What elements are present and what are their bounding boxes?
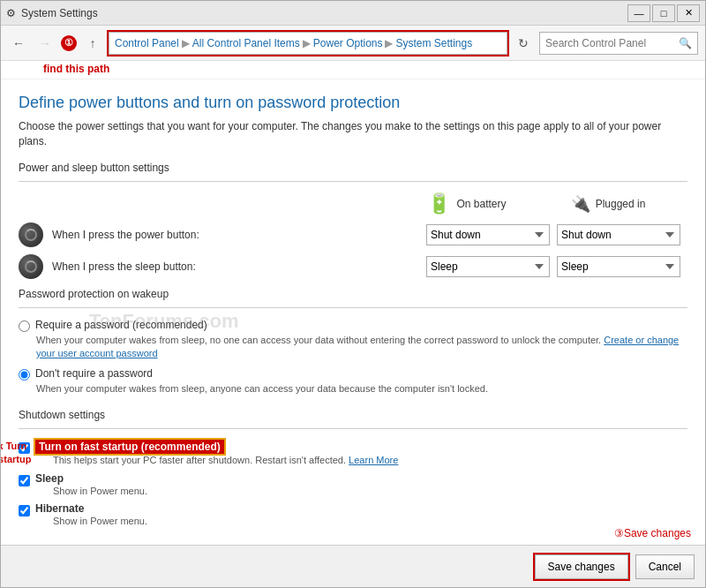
hibernate-row: Hibernate Show in Power menu. (19, 502, 687, 527)
search-icon[interactable]: 🔍 (679, 37, 692, 49)
breadcrumb-bar[interactable]: Control Panel ▶ All Control Panel Items … (109, 32, 507, 55)
power-button-label: When I press the power button: (52, 229, 426, 241)
hibernate-label: Hibernate (35, 502, 147, 515)
sleep-button-row: When I press the sleep button: Sleep Do … (19, 254, 687, 279)
maximize-button[interactable]: □ (652, 4, 675, 22)
footer-wrapper: ③Save changes Save changes Cancel (1, 527, 705, 587)
search-box[interactable]: 🔍 (539, 32, 698, 55)
sep: ▶ (385, 37, 393, 49)
sleep-label: Sleep (35, 472, 147, 485)
password-section-label: Password protection on wakeup (19, 288, 687, 300)
breadcrumb-item: All Control Panel Items (192, 37, 300, 49)
no-require-password-option: Don't require a password When your compu… (19, 367, 687, 396)
require-password-label: Require a password (recommended) (35, 319, 207, 331)
breadcrumb-item: System Settings (395, 37, 472, 49)
page-title: Define power buttons and turn on passwor… (19, 94, 687, 112)
sleep-desc: Show in Power menu. (53, 485, 147, 498)
sleep-plugged-dropdown[interactable]: Sleep Do nothing Hibernate Shut down Tur… (557, 256, 680, 277)
col-plugged-header: 🔌 Plugged in (537, 192, 679, 215)
system-settings-window: ⚙ System Settings — □ ✕ ← → ① ↑ Control … (0, 0, 706, 588)
fast-startup-label-wrapper: Turn on fast startup (recommended) (35, 440, 224, 454)
require-password-radio[interactable] (19, 320, 30, 332)
window-icon: ⚙ (6, 7, 16, 19)
annotation-2-wrapper: ② uncheck Turn on fast startup (1, 440, 34, 467)
power-section-label: Power and sleep button settings (19, 162, 687, 174)
save-annotation-text: ③Save changes (614, 527, 691, 539)
require-password-desc: When your computer wakes from sleep, no … (36, 334, 687, 361)
learn-more-link[interactable]: Learn More (349, 455, 398, 465)
main-content: Define power buttons and turn on passwor… (1, 79, 705, 527)
shutdown-section-label: Shutdown settings (19, 409, 687, 421)
footer: Save changes Cancel (1, 545, 705, 587)
fast-startup-desc: This helps start your PC faster after sh… (53, 454, 398, 467)
sleep-button-label: When I press the sleep button: (52, 260, 426, 273)
no-require-password-label: Don't require a password (35, 367, 153, 380)
battery-icon: 🔋 (427, 192, 451, 215)
sleep-checkbox[interactable] (19, 475, 30, 486)
title-bar-controls: — □ ✕ (627, 4, 700, 22)
power-battery-dropdown[interactable]: Shut down Do nothing Sleep Hibernate Tur… (426, 224, 550, 245)
search-input[interactable] (545, 37, 679, 49)
hibernate-desc: Show in Power menu. (53, 515, 147, 527)
power-button-row: When I press the power button: Shut down… (19, 222, 687, 247)
fast-startup-label: Turn on fast startup (recommended) (35, 440, 224, 454)
sleep-icon (19, 254, 43, 279)
minimize-button[interactable]: — (627, 4, 650, 22)
hibernate-checkbox[interactable] (19, 505, 30, 516)
cancel-button[interactable]: Cancel (635, 554, 695, 579)
plugged-icon: 🔌 (571, 194, 590, 214)
forward-button[interactable]: → (34, 33, 56, 54)
back-button[interactable]: ← (8, 33, 29, 54)
close-button[interactable]: ✕ (677, 4, 700, 22)
breadcrumb-item: Power Options (313, 37, 383, 49)
power-plugged-dropdown[interactable]: Shut down Do nothing Sleep Hibernate Tur… (557, 224, 680, 245)
no-require-password-desc: When your computer wakes from sleep, any… (36, 382, 687, 396)
fast-startup-row: Turn on fast startup (recommended) This … (19, 440, 687, 467)
address-bar: ← → ① ↑ Control Panel ▶ All Control Pane… (1, 26, 705, 61)
no-require-password-radio[interactable] (19, 369, 30, 381)
sep: ▶ (182, 37, 190, 49)
title-bar: ⚙ System Settings — □ ✕ (1, 1, 705, 26)
require-password-option: Require a password (recommended) When yo… (19, 319, 687, 361)
power-icon (19, 222, 43, 247)
shutdown-section: Shutdown settings Turn on fast startup (… (19, 409, 687, 527)
sep: ▶ (303, 37, 311, 49)
sleep-battery-dropdown[interactable]: Sleep Do nothing Hibernate Shut down Tur… (426, 256, 550, 277)
breadcrumb-item: Control Panel (115, 37, 179, 49)
annotation-text-2: uncheck Turn on fast startup (1, 440, 34, 467)
annotation-badge-1: ① (61, 35, 77, 51)
window-title: System Settings (21, 7, 98, 19)
save-changes-button[interactable]: Save changes (535, 554, 628, 579)
col-battery-header: 🔋 On battery (396, 192, 537, 215)
annotation-text-1: find this path (43, 63, 109, 75)
page-description: Choose the power settings that you want … (19, 119, 687, 149)
up-button[interactable]: ↑ (82, 33, 103, 54)
refresh-button[interactable]: ↻ (513, 33, 534, 54)
sleep-row: Sleep Show in Power menu. (19, 472, 687, 498)
